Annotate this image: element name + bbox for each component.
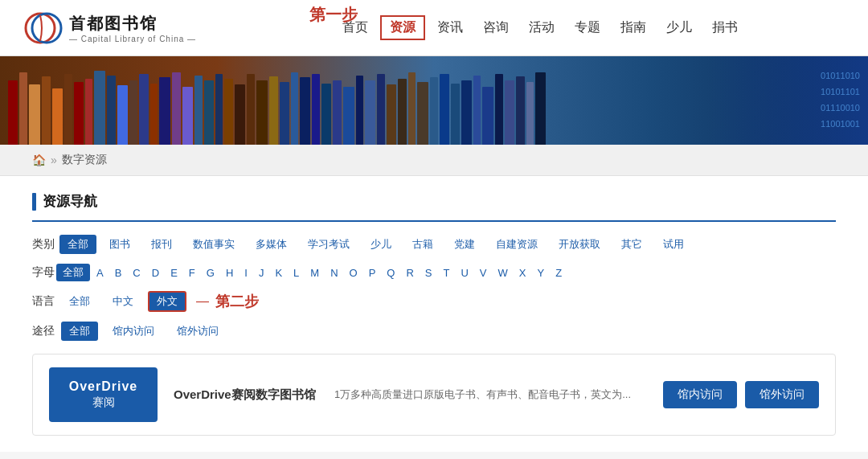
alpha-k[interactable]: K xyxy=(270,265,287,281)
banner: 01011010 10101101 01110010 11001001 xyxy=(0,56,868,145)
breadcrumb-separator: » xyxy=(51,154,57,166)
result-logo-sub: 赛阅 xyxy=(92,395,115,410)
main-content: 资源导航 类别 全部 图书 报刊 数值事实 多媒体 学习考试 少儿 古籍 党建 … xyxy=(0,176,868,452)
category-label: 类别 xyxy=(32,237,55,252)
section-title: 资源导航 xyxy=(43,192,97,211)
result-card: OverDrive 赛阅 OverDrive赛阅数字图书馆 1万多种高质量进口原… xyxy=(32,354,836,436)
alpha-i[interactable]: I xyxy=(240,265,252,281)
alpha-y[interactable]: Y xyxy=(532,265,549,281)
alpha-b[interactable]: B xyxy=(110,265,127,281)
cat-trial[interactable]: 试用 xyxy=(655,235,692,254)
nav-item-topics[interactable]: 专题 xyxy=(567,16,608,39)
alpha-z[interactable]: Z xyxy=(551,265,567,281)
lang-foreign[interactable]: 外文 xyxy=(148,291,186,312)
breadcrumb: 🏠 » 数字资源 xyxy=(0,145,868,176)
access-label: 途径 xyxy=(32,324,55,338)
result-actions: 馆内访问 馆外访问 xyxy=(663,381,819,408)
cat-open[interactable]: 开放获取 xyxy=(551,235,608,254)
alpha-u[interactable]: U xyxy=(456,265,473,281)
access-external[interactable]: 馆外访问 xyxy=(169,322,227,341)
section-title-bar xyxy=(32,193,36,211)
alpha-l[interactable]: L xyxy=(289,265,304,281)
alpha-m[interactable]: M xyxy=(305,265,324,281)
alpha-f[interactable]: F xyxy=(184,265,200,281)
logo-cn: 首都图书馆 xyxy=(69,13,158,35)
alpha-j[interactable]: J xyxy=(254,265,269,281)
btn-external-visit[interactable]: 馆外访问 xyxy=(745,381,819,408)
nav-item-activity[interactable]: 活动 xyxy=(521,16,563,39)
nav-item-guide[interactable]: 指南 xyxy=(612,16,654,39)
alpha-all[interactable]: 全部 xyxy=(56,264,90,281)
alpha-r[interactable]: R xyxy=(401,265,418,281)
access-internal[interactable]: 馆内访问 xyxy=(104,322,162,341)
alpha-a[interactable]: A xyxy=(92,265,108,281)
category-filter-row: 类别 全部 图书 报刊 数值事实 多媒体 学习考试 少儿 古籍 党建 自建资源 … xyxy=(32,235,836,254)
alpha-g[interactable]: G xyxy=(202,265,219,281)
logo-icon xyxy=(24,9,63,47)
alpha-p[interactable]: P xyxy=(364,265,381,281)
alpha-n[interactable]: N xyxy=(326,265,342,281)
cat-facts[interactable]: 数值事实 xyxy=(185,235,243,254)
alpha-w[interactable]: W xyxy=(493,265,513,281)
nav-item-resources[interactable]: 资源 xyxy=(380,15,425,40)
language-filter-row: 语言 全部 中文 外文 — 第二步 xyxy=(32,291,836,312)
lang-all[interactable]: 全部 xyxy=(61,292,98,311)
logo-text: 首都图书馆 — Capital Library of China — xyxy=(69,13,196,43)
footer: 值 什么值得买 xyxy=(0,452,868,459)
alpha-x[interactable]: X xyxy=(514,265,531,281)
section-title-row: 资源导航 xyxy=(32,192,836,222)
access-all[interactable]: 全部 xyxy=(61,322,98,341)
cat-other[interactable]: 其它 xyxy=(613,235,650,254)
alpha-d[interactable]: D xyxy=(147,265,164,281)
cat-party[interactable]: 党建 xyxy=(446,235,483,254)
alphabet-label: 字母 xyxy=(32,265,55,280)
cat-self[interactable]: 自建资源 xyxy=(488,235,546,254)
cat-exam[interactable]: 学习考试 xyxy=(300,235,358,254)
result-logo: OverDrive 赛阅 xyxy=(49,367,158,422)
header: 首都图书馆 — Capital Library of China — 首页 资源… xyxy=(0,0,868,56)
breadcrumb-home-icon[interactable]: 🏠 xyxy=(32,154,46,166)
nav-item-donate[interactable]: 捐书 xyxy=(704,16,746,39)
logo-en: — Capital Library of China — xyxy=(69,35,196,43)
nav-item-news[interactable]: 资讯 xyxy=(429,16,471,39)
svg-point-1 xyxy=(32,14,61,43)
access-filter-row: 途径 全部 馆内访问 馆外访问 xyxy=(32,322,836,341)
nav-item-children[interactable]: 少儿 xyxy=(658,16,700,39)
breadcrumb-current: 数字资源 xyxy=(62,153,107,167)
language-label: 语言 xyxy=(32,294,55,309)
alpha-s[interactable]: S xyxy=(420,265,437,281)
cat-journals[interactable]: 报刊 xyxy=(143,235,180,254)
alpha-v[interactable]: V xyxy=(475,265,492,281)
alpha-h[interactable]: H xyxy=(221,265,238,281)
alpha-c[interactable]: C xyxy=(128,265,145,281)
cat-children[interactable]: 少儿 xyxy=(362,235,399,254)
result-title: OverDrive赛阅数字图书馆 xyxy=(174,387,318,403)
alpha-o[interactable]: O xyxy=(345,265,362,281)
nav-item-consult[interactable]: 咨询 xyxy=(475,16,517,39)
alphabet-filter-row: 字母 全部 A B C D E F G H I J K L M N O P Q … xyxy=(32,264,836,281)
result-description: 1万多种高质量进口原版电子书、有声书、配音电子书，英文为... xyxy=(334,387,647,402)
cat-books[interactable]: 图书 xyxy=(101,235,138,254)
logo-area: 首都图书馆 — Capital Library of China — xyxy=(24,9,196,47)
step1-annotation: 第一步 xyxy=(309,4,358,26)
cat-ancient[interactable]: 古籍 xyxy=(404,235,441,254)
lang-chinese[interactable]: 中文 xyxy=(104,292,141,311)
alpha-q[interactable]: Q xyxy=(382,265,399,281)
btn-internal-visit[interactable]: 馆内访问 xyxy=(663,381,737,408)
alpha-t[interactable]: T xyxy=(439,265,455,281)
alpha-e[interactable]: E xyxy=(166,265,182,281)
result-logo-brand: OverDrive xyxy=(69,379,138,394)
cat-media[interactable]: 多媒体 xyxy=(248,235,295,254)
step2-annotation: 第二步 xyxy=(215,292,259,311)
step2-arrow-icon: — xyxy=(196,294,209,309)
cat-all[interactable]: 全部 xyxy=(59,235,96,254)
